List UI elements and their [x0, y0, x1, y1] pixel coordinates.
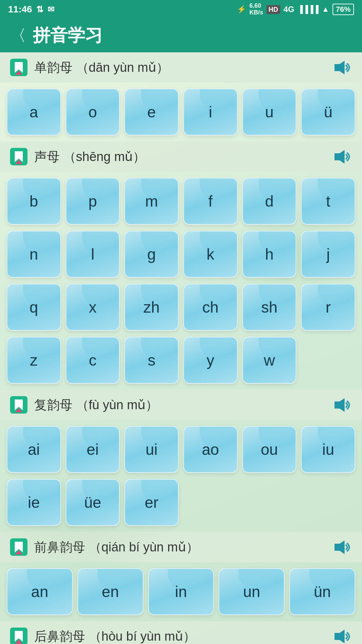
- sound-button-2[interactable]: [332, 148, 352, 165]
- bookmark-icon-1: [10, 59, 27, 76]
- tile-j[interactable]: j: [301, 231, 355, 278]
- tile-ve[interactable]: üe: [66, 479, 120, 526]
- tile-m[interactable]: m: [124, 178, 179, 225]
- tile-i[interactable]: i: [183, 89, 238, 136]
- status-right: ⚡ 6.60KB/s HD 4G ▐▐▐▐ ▲ 76%: [237, 3, 354, 16]
- tile-v[interactable]: ü: [301, 89, 355, 136]
- tile-o[interactable]: o: [66, 89, 120, 136]
- tile-k[interactable]: k: [183, 231, 238, 278]
- tile-w[interactable]: w: [242, 337, 297, 384]
- tile-y[interactable]: y: [183, 337, 238, 384]
- data-speed: 6.60KB/s: [249, 3, 263, 16]
- bookmark-icon-2: [10, 148, 27, 165]
- tile-s[interactable]: s: [124, 337, 179, 384]
- sound-button-3[interactable]: [332, 396, 352, 413]
- tile-t[interactable]: t: [301, 178, 355, 225]
- tile-er[interactable]: er: [124, 479, 179, 526]
- section-dan-yun-mu-header: 单韵母 （dān yùn mǔ）: [0, 52, 362, 83]
- section-hou-bi-header: 后鼻韵母 （hòu bí yùn mǔ）: [0, 621, 362, 644]
- grid-fu-yun-mu-row1: ai ei ui ao ou iu: [0, 420, 362, 479]
- tile-e[interactable]: e: [124, 89, 179, 136]
- tile-z[interactable]: z: [7, 337, 61, 384]
- status-bar: 11:46 ⇅ ✉ ⚡ 6.60KB/s HD 4G ▐▐▐▐ ▲ 76%: [0, 0, 362, 19]
- section-fu-yun-mu-header: 复韵母 （fù yùn mǔ）: [0, 390, 362, 420]
- grid-sheng-mu-row1: b p m f d t: [0, 172, 362, 231]
- main-content: 单韵母 （dān yùn mǔ） a o e i u ü 声母 （shēng m…: [0, 52, 362, 644]
- tile-ch[interactable]: ch: [183, 284, 238, 331]
- tile-a[interactable]: a: [7, 89, 61, 136]
- hd-badge: HD: [266, 5, 280, 14]
- section-qian-bi-header: 前鼻韵母 （qián bí yùn mǔ）: [0, 532, 362, 562]
- svg-marker-3: [335, 540, 345, 554]
- wifi-icon: ▲: [322, 5, 329, 14]
- svg-marker-1: [335, 150, 345, 164]
- signal-icon: ▐▐▐▐: [298, 5, 318, 14]
- tile-f[interactable]: f: [183, 178, 238, 225]
- tile-d[interactable]: d: [242, 178, 297, 225]
- tile-u[interactable]: u: [242, 89, 297, 136]
- tile-in[interactable]: in: [148, 568, 214, 615]
- tile-ou[interactable]: ou: [242, 426, 297, 473]
- tile-en[interactable]: en: [77, 568, 143, 615]
- grid-qian-bi: an en in un ün: [0, 562, 362, 621]
- status-left: 11:46 ⇅ ✉: [8, 4, 54, 15]
- section-sheng-mu-header: 声母 （shēng mǔ）: [0, 142, 362, 172]
- bookmark-icon-4: [10, 538, 27, 556]
- tile-p[interactable]: p: [66, 178, 120, 225]
- tile-b[interactable]: b: [7, 178, 61, 225]
- svg-marker-2: [335, 398, 345, 412]
- bookmark-icon-5: [10, 628, 27, 644]
- tile-h[interactable]: h: [242, 231, 297, 278]
- tile-an[interactable]: an: [7, 568, 73, 615]
- bookmark-icon-3: [10, 396, 27, 414]
- tile-r[interactable]: r: [301, 284, 355, 331]
- section-5-title: 后鼻韵母 （hòu bí yùn mǔ）: [34, 628, 196, 644]
- tile-ei[interactable]: ei: [66, 426, 120, 473]
- svg-marker-0: [335, 61, 345, 74]
- tile-ie[interactable]: ie: [7, 479, 61, 526]
- grid-sheng-mu-row3: q x zh ch sh r: [0, 284, 362, 337]
- grid-fu-yun-mu-row2: ie üe er: [0, 479, 362, 532]
- tile-ao[interactable]: ao: [183, 426, 238, 473]
- section-1-title: 单韵母 （dān yùn mǔ）: [34, 59, 169, 76]
- tile-l[interactable]: l: [66, 231, 120, 278]
- tile-c[interactable]: c: [66, 337, 120, 384]
- tile-vn[interactable]: ün: [289, 568, 355, 615]
- tile-iu[interactable]: iu: [301, 426, 355, 473]
- tile-x[interactable]: x: [66, 284, 120, 331]
- sound-button-5[interactable]: [332, 628, 352, 644]
- back-button[interactable]: 〈: [10, 28, 26, 44]
- grid-dan-yun-mu: a o e i u ü: [0, 83, 362, 142]
- section-2-title: 声母 （shēng mǔ）: [34, 148, 145, 165]
- tile-q[interactable]: q: [7, 284, 61, 331]
- tile-sh[interactable]: sh: [242, 284, 297, 331]
- tile-g[interactable]: g: [124, 231, 179, 278]
- tile-n[interactable]: n: [7, 231, 61, 278]
- battery-display: 76%: [333, 4, 354, 15]
- tile-un[interactable]: un: [219, 568, 285, 615]
- usb-icon: ⇅: [36, 4, 44, 15]
- sound-button-1[interactable]: [332, 59, 352, 76]
- section-4-title: 前鼻韵母 （qián bí yùn mǔ）: [34, 539, 199, 556]
- message-icon: ✉: [48, 5, 54, 14]
- section-3-title: 复韵母 （fù yùn mǔ）: [34, 396, 158, 414]
- bluetooth-icon: ⚡: [237, 5, 246, 14]
- tile-zh[interactable]: zh: [124, 284, 179, 331]
- time-display: 11:46: [8, 4, 32, 15]
- grid-sheng-mu-row4: z c s y w: [0, 337, 362, 390]
- tile-ui[interactable]: ui: [124, 426, 179, 473]
- network-4g: 4G: [284, 5, 294, 14]
- page-title: 拼音学习: [33, 24, 103, 47]
- grid-sheng-mu-row2: n l g k h j: [0, 231, 362, 284]
- title-bar: 〈 拼音学习: [0, 19, 362, 52]
- svg-marker-4: [335, 630, 345, 643]
- sound-button-4[interactable]: [332, 539, 352, 555]
- tile-ai[interactable]: ai: [7, 426, 61, 473]
